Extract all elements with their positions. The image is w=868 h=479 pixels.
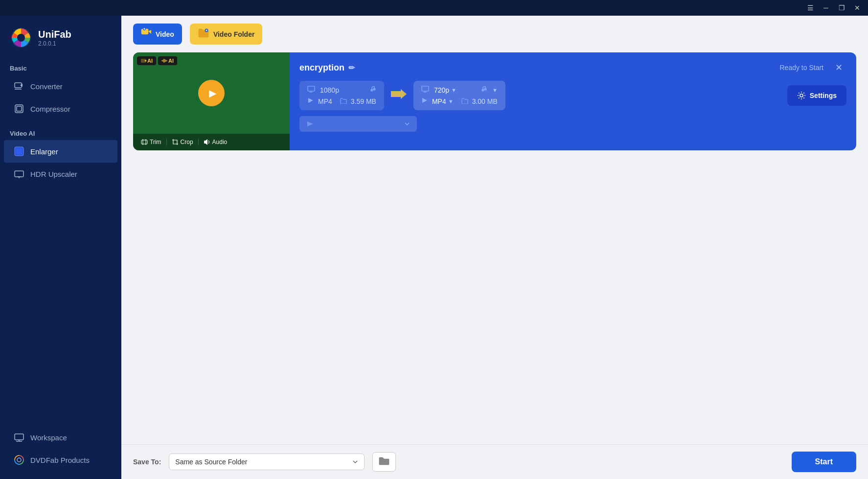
- sidebar-item-hdr-upscaler[interactable]: HDR Upscaler: [4, 163, 117, 185]
- output-folder-icon: [461, 97, 468, 105]
- svg-point-40: [800, 94, 803, 97]
- svg-rect-10: [15, 171, 23, 177]
- sidebar-item-enlarger[interactable]: Enlarger: [4, 140, 117, 163]
- resolution-icon: [307, 86, 316, 94]
- audio-button[interactable]: Audio: [200, 137, 231, 147]
- hdr-upscaler-label: HDR Upscaler: [30, 170, 77, 178]
- hdr-upscaler-icon: [14, 168, 24, 179]
- svg-point-2: [17, 34, 25, 42]
- svg-rect-28: [141, 140, 147, 144]
- output-music-icon: [480, 86, 487, 94]
- sidebar-item-compressor[interactable]: Compressor: [4, 97, 117, 120]
- svg-rect-36: [422, 86, 429, 91]
- svg-marker-39: [422, 98, 427, 103]
- output-size: 3.00 MB: [472, 97, 498, 105]
- app-body: UniFab 2.0.0.1 Basic Converter: [0, 16, 868, 479]
- converter-icon: [14, 81, 24, 92]
- main-area: AI AI ▶: [121, 52, 868, 444]
- output-music-dropdown[interactable]: ▼: [492, 87, 498, 93]
- play-icon-sm: [307, 97, 314, 105]
- add-folder-label: Video Folder: [213, 30, 255, 38]
- svg-rect-13: [15, 434, 23, 440]
- basic-section-label: Basic: [0, 61, 121, 75]
- app-version: 2.0.0.1: [38, 40, 71, 47]
- crop-button[interactable]: Crop: [168, 137, 197, 147]
- edit-icon[interactable]: ✏: [348, 63, 355, 72]
- title-bar: ☰ ─ ❐ ✕: [0, 0, 868, 16]
- minimize-button[interactable]: ─: [819, 3, 833, 13]
- divider2: [198, 139, 199, 145]
- sidebar-item-converter[interactable]: Converter: [4, 75, 117, 97]
- restore-button[interactable]: ❐: [835, 3, 848, 13]
- save-to-label: Save To:: [133, 458, 161, 466]
- add-video-icon: [141, 27, 152, 41]
- converter-label: Converter: [30, 82, 63, 91]
- svg-marker-19: [148, 30, 151, 34]
- browse-button[interactable]: [372, 452, 396, 472]
- conversion-arrow: [390, 87, 408, 104]
- play-button[interactable]: ▶: [198, 80, 225, 106]
- output-format[interactable]: MP4 ▼: [432, 97, 454, 105]
- compressor-icon: [14, 103, 24, 114]
- add-folder-button[interactable]: Video Folder: [190, 24, 263, 45]
- trim-label: Trim: [150, 139, 161, 145]
- add-video-label: Video: [156, 30, 174, 38]
- start-button[interactable]: Start: [792, 452, 856, 472]
- trim-button[interactable]: Trim: [137, 137, 165, 147]
- video-ai-section-label: Video AI: [0, 126, 121, 140]
- menu-button[interactable]: ☰: [803, 3, 817, 13]
- dvdfab-icon: [14, 455, 24, 465]
- conversion-info: encryption ✏ Ready to Start ✕: [290, 52, 856, 150]
- output-format-line: MP4 ▼ 3.00 MB: [421, 97, 498, 105]
- svg-point-17: [17, 458, 21, 462]
- svg-rect-7: [17, 106, 22, 111]
- workspace-label: Workspace: [30, 433, 67, 442]
- sidebar-item-dvdfab-products[interactable]: DVDFab Products: [4, 449, 117, 471]
- svg-rect-9: [16, 148, 22, 154]
- crop-label: Crop: [181, 139, 193, 145]
- add-folder-icon: [198, 27, 209, 41]
- ai-video-badge: AI: [137, 56, 156, 65]
- source-folder-icon: [340, 97, 347, 105]
- close-button[interactable]: ✕: [850, 3, 864, 13]
- compressor-label: Compressor: [30, 105, 70, 113]
- output-resolution[interactable]: 720p ▼: [434, 86, 457, 94]
- output-resolution-icon: [421, 86, 430, 94]
- svg-marker-41: [307, 121, 313, 126]
- audio-row: [299, 116, 846, 132]
- logo-area: UniFab 2.0.0.1: [0, 22, 121, 61]
- sidebar: UniFab 2.0.0.1 Basic Converter: [0, 16, 121, 479]
- workspace-icon: [14, 432, 24, 443]
- svg-marker-35: [308, 98, 313, 103]
- output-resolution-line: 720p ▼ ▼: [421, 86, 498, 94]
- save-path-text: Same as Source Folder: [175, 458, 352, 466]
- file-name-text: encryption: [299, 63, 344, 73]
- add-video-button[interactable]: Video: [133, 24, 182, 45]
- output-play-icon: [421, 97, 428, 105]
- save-path-selector[interactable]: Same as Source Folder: [169, 454, 365, 470]
- close-card-button[interactable]: ✕: [831, 60, 846, 75]
- video-thumbnail: AI AI ▶: [133, 52, 290, 150]
- content-area: Video Video Folder: [121, 16, 868, 479]
- source-format-line: MP4 3.59 MB: [307, 97, 376, 105]
- enlarger-icon: [14, 146, 24, 157]
- ai-badges: AI AI: [137, 56, 177, 65]
- settings-button[interactable]: Settings: [787, 85, 846, 106]
- video-controls: Trim Crop: [133, 134, 290, 150]
- enlarger-label: Enlarger: [30, 147, 58, 156]
- settings-label: Settings: [810, 92, 837, 99]
- source-size: 3.59 MB: [351, 97, 376, 105]
- source-format-box: 1080p: [299, 81, 384, 110]
- bottom-bar: Save To: Same as Source Folder Start: [121, 444, 868, 479]
- source-format: MP4: [318, 97, 332, 105]
- svg-rect-32: [308, 86, 315, 91]
- audio-track-selector[interactable]: [299, 116, 417, 132]
- divider: [166, 139, 167, 145]
- logo-text: UniFab 2.0.0.1: [38, 29, 71, 47]
- ready-label: Ready to Start: [780, 64, 824, 72]
- conversion-header: encryption ✏ Ready to Start ✕: [299, 60, 846, 75]
- dvdfab-label: DVDFab Products: [30, 456, 90, 464]
- audio-label: Audio: [212, 139, 228, 145]
- sidebar-item-workspace[interactable]: Workspace: [4, 426, 117, 449]
- source-resolution-line: 1080p: [307, 86, 376, 94]
